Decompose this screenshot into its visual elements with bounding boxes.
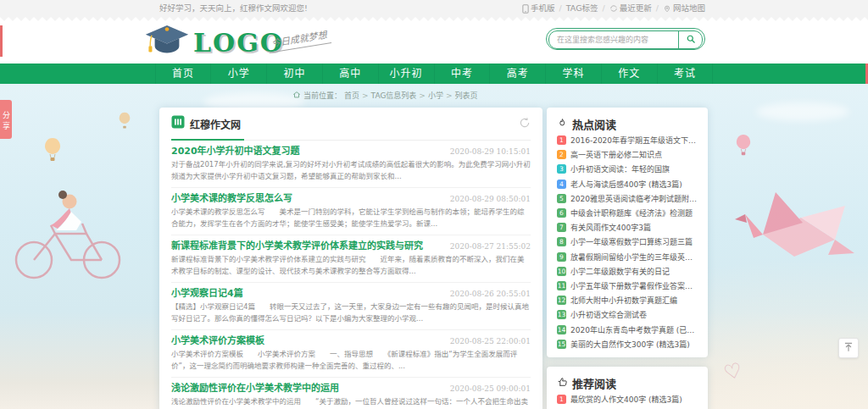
article-excerpt: 新课程标准背景下的小学美术教学评价体系建立的实践与研究 近年来，随着素质教育的不… (171, 254, 531, 277)
topbar-link-3[interactable]: 最近更新 (609, 0, 652, 17)
topbar-link-label: 手机版 (531, 0, 555, 17)
recommend-reading-item-1[interactable]: 1最欣赏的人作文400字 (精选3篇) (557, 392, 698, 406)
nav-item-3[interactable]: 初中 (267, 64, 323, 84)
article-header: 新课程标准背景下的小学美术教学评价体系建立的实践与研究2020-08-27 21… (171, 240, 531, 252)
hot-reading-item-label: 中级会计职称题库《经济法》检测题 (570, 207, 693, 218)
hot-reading-item-label: 北师大附中小升初数学真题汇编 (570, 295, 677, 306)
refresh-button[interactable] (519, 117, 531, 131)
rank-badge: 4 (557, 180, 566, 189)
article-excerpt: 【精选】小学观察日记4篇 转眼一天又过去了，这一天里，大家身边一定有一些有趣的见… (171, 301, 531, 324)
article-list-card: 红穆作文网 2020年小学升初中语文复习题2020-08-29 10:15:01… (159, 108, 542, 409)
hot-reading-item-label: 老人与海读后感400字 (精选3篇) (570, 179, 682, 190)
arrow-to-top-icon (843, 341, 854, 356)
search-input[interactable] (549, 31, 678, 48)
rank-badge: 14 (557, 325, 566, 334)
article-item: 小学美术评价方案模板2020-08-25 22:00:01小学美术评价方案模板 … (171, 330, 531, 378)
breadcrumb-separator: > (446, 91, 453, 100)
recommend-reading-list: 1最欣赏的人作文400字 (精选3篇)2关于感恩的中考满分作文600字 (557, 392, 698, 409)
nav-item-10[interactable]: 考试 (658, 64, 714, 84)
topbar-links: 手机版/TAG标签/最近更新/网站地图 (522, 0, 705, 17)
article-item: 浅论激励性评价在小学美术教学中的运用2020-08-25 09:00:01浅论激… (171, 378, 531, 409)
graduation-cap-icon (144, 22, 190, 63)
hot-reading-item-6[interactable]: 6中级会计职称题库《经济法》检测题 (557, 206, 698, 220)
breadcrumb-link-1[interactable]: 首页 (344, 90, 359, 101)
hot-reading-item-label: 2020年山东青岛中考数学真题 (已公布) (570, 324, 698, 335)
article-excerpt: 小学美术评价方案模板 小学美术评价方案 一、指导思想 《新课程标准》指出“为学生… (171, 349, 531, 372)
site-header: LOGO 今日成就梦想 (0, 21, 868, 64)
topbar-link-2[interactable]: TAG标签 (566, 0, 598, 17)
nav-item-7[interactable]: 高考 (490, 64, 546, 84)
nav-item-4[interactable]: 高中 (323, 64, 379, 84)
nav-item-6[interactable]: 中考 (435, 64, 491, 84)
recommend-reading-item-label: 最欣赏的人作文400字 (精选3篇) (570, 394, 682, 405)
hot-reading-item-label: 美丽的大自然作文300字 (精选3篇) (570, 339, 690, 350)
back-to-top-button[interactable] (838, 338, 859, 358)
hot-reading-item-9[interactable]: 9放暑假期间留给小学生的三年级英语作文范文 (557, 250, 698, 264)
breadcrumb-link-2[interactable]: TAG信息列表 (371, 90, 417, 101)
article-title-link[interactable]: 小学美术评价方案模板 (171, 335, 443, 347)
hot-reading-item-label: 放暑假期间留给小学生的三年级英语作文范文 (570, 251, 698, 263)
topbar-link-4[interactable]: 网站地图 (663, 0, 705, 17)
topbar-separator: / (656, 0, 659, 17)
hot-reading-card: 热点阅读 12016-2020年春学期五年级语文下期末模拟2高一英语下册必修二知… (547, 108, 708, 357)
update-icon (609, 4, 618, 13)
hot-reading-item-label: 小学一年级寒假数学口算练习题三篇 (570, 236, 693, 247)
nav-item-1[interactable]: 首页 (155, 64, 212, 84)
hot-reading-item-2[interactable]: 2高一英语下册必修二知识点 (557, 147, 698, 162)
hot-reading-item-15[interactable]: 15美丽的大自然作文300字 (精选3篇) (557, 337, 698, 351)
title-underline (171, 139, 244, 141)
recommend-reading-header: 推荐阅读 (557, 373, 698, 392)
hot-reading-item-5[interactable]: 52020雅思英语阅读临考冲刺试题附答案 (557, 191, 698, 206)
article-date: 2020-08-29 10:15:01 (450, 147, 531, 156)
hot-reading-item-1[interactable]: 12016-2020年春学期五年级语文下期末模拟 (557, 133, 698, 147)
article-title-link[interactable]: 小学美术课的教学反思怎么写 (171, 193, 443, 205)
hot-reading-item-label: 小学五年级下册数学暑假作业答案【20-61 (570, 280, 698, 291)
topbar-separator: / (559, 0, 562, 17)
breadcrumb-current: 列表页 (454, 90, 477, 101)
hot-reading-item-7[interactable]: 7有关风雨作文400字3篇 (557, 220, 698, 235)
breadcrumb-link-3[interactable]: 小学 (428, 90, 443, 101)
nav-item-5[interactable]: 小升初 (379, 64, 435, 84)
nav-item-2[interactable]: 小学 (211, 64, 267, 84)
edge-accent-left (0, 25, 3, 57)
article-excerpt: 浅论激励性评价在小学美术教学中的运用 “关于激励，一位哲人曾经说过这样一句话：一… (171, 396, 531, 409)
topbar-link-1[interactable]: 手机版 (522, 0, 555, 17)
rank-badge: 5 (557, 194, 566, 203)
rank-badge: 1 (557, 135, 566, 145)
hot-reading-item-label: 小学二年级跟数学有关的日记 (570, 266, 670, 277)
hot-reading-item-14[interactable]: 142020年山东青岛中考数学真题 (已公布) (557, 322, 698, 336)
article-date: 2020-08-27 21:55:02 (450, 242, 531, 251)
search-box (546, 28, 705, 50)
share-tab[interactable]: 分享 (0, 100, 12, 139)
rank-badge: 2 (557, 150, 566, 159)
hot-reading-item-10[interactable]: 10小学二年级跟数学有关的日记 (557, 264, 698, 279)
article-item: 小学美术课的教学反思怎么写2020-08-29 08:50:01小学美术课的教学… (171, 188, 531, 235)
hot-reading-header: 热点阅读 (557, 114, 698, 133)
article-header: 2020年小学升初中语文复习题2020-08-29 10:15:01 (171, 146, 531, 158)
article-date: 2020-08-26 20:55:01 (450, 290, 531, 298)
article-header: 小学美术评价方案模板2020-08-25 22:00:01 (171, 335, 531, 347)
article-title-link[interactable]: 小学观察日记4篇 (171, 288, 443, 300)
hot-reading-item-13[interactable]: 13小升初语文综合测试卷 (557, 307, 698, 322)
article-list-header: 红穆作文网 (171, 108, 531, 141)
list-title: 红穆作文网 (190, 117, 241, 131)
hot-reading-item-4[interactable]: 4老人与海读后感400字 (精选3篇) (557, 177, 698, 191)
article-date: 2020-08-25 22:00:01 (450, 337, 531, 345)
sitemap-icon (663, 4, 671, 13)
hot-reading-item-8[interactable]: 8小学一年级寒假数学口算练习题三篇 (557, 235, 698, 249)
main-nav: 首页小学初中高中小升初中考高考学科作文考试 (0, 64, 868, 84)
hot-reading-item-label: 有关风雨作文400字3篇 (570, 222, 651, 233)
search-button[interactable] (678, 31, 702, 48)
article-title-link[interactable]: 新课程标准背景下的小学美术教学评价体系建立的实践与研究 (171, 240, 443, 252)
nav-item-8[interactable]: 学科 (546, 64, 602, 84)
article-title-link[interactable]: 2020年小学升初中语文复习题 (171, 146, 443, 158)
hot-reading-item-11[interactable]: 11小学五年级下册数学暑假作业答案【20-61 (557, 279, 698, 293)
nav-item-9[interactable]: 作文 (602, 64, 658, 84)
hot-reading-item-12[interactable]: 12北师大附中小升初数学真题汇编 (557, 293, 698, 307)
logo[interactable]: LOGO (144, 22, 284, 63)
hot-reading-item-label: 高一英语下册必修二知识点 (570, 149, 662, 160)
page: 好好学习，天天向上，红穆作文网欢迎您! 手机版/TAG标签/最近更新/网站地图 … (0, 0, 868, 409)
rank-badge: 15 (557, 340, 566, 349)
article-title-link[interactable]: 浅论激励性评价在小学美术教学中的运用 (171, 383, 443, 395)
hot-reading-item-3[interactable]: 3小升初语文阅读：年轻的国旗 (557, 162, 698, 176)
